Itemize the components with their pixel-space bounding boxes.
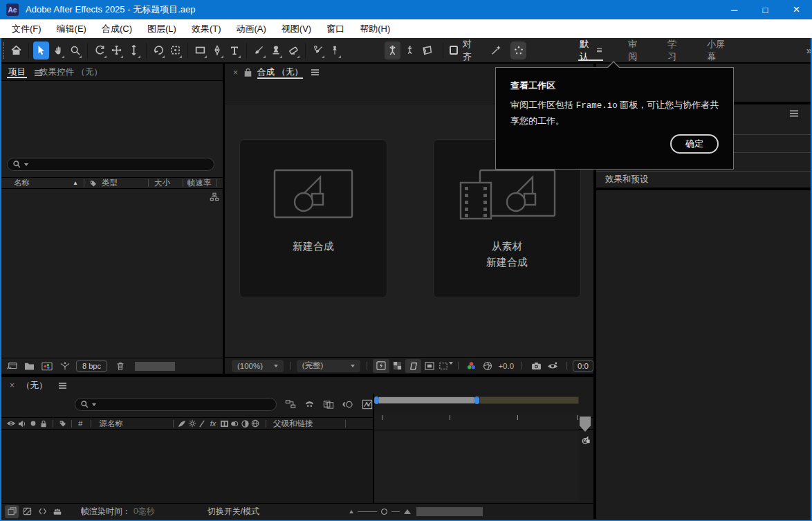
puppet-pin-tool[interactable]	[327, 42, 343, 60]
dolly-camera-tool[interactable]	[126, 42, 142, 60]
minimize-button[interactable]: ─	[719, 0, 750, 19]
menu-item[interactable]: 编辑(E)	[49, 19, 94, 38]
comp-tab-close-icon[interactable]: ×	[233, 68, 238, 77]
brush-tool[interactable]	[251, 42, 267, 60]
properties-panel-toggle[interactable]	[510, 42, 526, 60]
menu-item[interactable]: 窗口	[319, 19, 352, 38]
clone-stamp-tool[interactable]	[268, 42, 284, 60]
frame-blend-switch-icon[interactable]	[198, 420, 207, 428]
type-tool[interactable]	[226, 42, 242, 60]
show-snapshot-button[interactable]	[545, 362, 561, 370]
project-search-input[interactable]	[7, 158, 214, 171]
project-menu-icon[interactable]	[35, 70, 42, 76]
new-composition-icon[interactable]	[41, 362, 53, 371]
menu-item[interactable]: 文件(F)	[4, 19, 49, 38]
project-flowchart-icon[interactable]	[210, 192, 219, 201]
timeline-tab-close-icon[interactable]: ×	[10, 381, 15, 390]
exposure-value[interactable]: +0.0	[498, 362, 514, 370]
bit-depth-button[interactable]: 8 bpc	[76, 360, 107, 372]
tooltip-ok-button[interactable]: 确定	[670, 134, 719, 154]
panel-menu-icon[interactable]	[790, 110, 798, 117]
graph-editor-icon[interactable]	[362, 399, 373, 410]
rotation-tool[interactable]	[151, 42, 167, 60]
menu-item[interactable]: 效果(T)	[184, 19, 229, 38]
parent-link-column[interactable]: 父级和链接	[273, 419, 313, 429]
sort-ascending-icon[interactable]: ▲	[73, 180, 78, 186]
exposure-reset-button[interactable]	[479, 361, 495, 371]
render-time-icon[interactable]	[50, 505, 64, 518]
unified-camera-tool[interactable]	[167, 42, 183, 60]
puppet-starch-control[interactable]	[402, 42, 418, 60]
guides-grid-options-button[interactable]	[438, 362, 454, 370]
solo-icon[interactable]	[28, 421, 38, 426]
puppet-mesh-control[interactable]	[419, 42, 435, 60]
eraser-tool[interactable]	[285, 42, 301, 60]
timeline-tab[interactable]: （无）	[15, 377, 55, 394]
comp-menu-icon[interactable]	[311, 69, 319, 75]
label-tag-icon[interactable]	[53, 419, 71, 428]
mini-flowchart-icon[interactable]	[285, 399, 296, 410]
layer-number-column[interactable]: #	[78, 419, 82, 428]
shy-icon[interactable]	[304, 399, 315, 410]
timecode-field[interactable]: 0:0	[573, 360, 593, 372]
interpret-footage-icon[interactable]	[6, 361, 17, 371]
video-eye-icon[interactable]	[5, 420, 17, 427]
pen-tool[interactable]	[210, 42, 225, 60]
panel-tab[interactable]: 效果控件 （无）	[33, 64, 109, 80]
timeline-zoom-control[interactable]	[349, 509, 411, 515]
toggle-switches-modes-button[interactable]: 切换开关/模式	[207, 506, 259, 518]
zoom-tool[interactable]	[67, 42, 83, 60]
work-area-bar[interactable]	[374, 396, 579, 404]
timeline-hscrollbar[interactable]	[416, 507, 483, 516]
snapshot-button[interactable]	[528, 362, 544, 370]
hand-tool[interactable]	[50, 42, 66, 60]
comp-tab[interactable]: 合成 （无）	[252, 64, 308, 81]
workspace-tab[interactable]: 小屏幕	[707, 39, 726, 62]
column-framerate[interactable]: 帧速率	[187, 178, 212, 188]
zoom-slider-handle[interactable]	[381, 509, 387, 515]
fast-previews-button[interactable]	[373, 359, 389, 373]
channel-button[interactable]	[463, 361, 479, 370]
adjustment-layer-icon[interactable]	[240, 420, 250, 428]
motion-blur-icon[interactable]	[342, 399, 353, 410]
expand-in-out-columns-icon[interactable]	[35, 505, 49, 518]
new-composition-card[interactable]: 新建合成	[239, 139, 387, 298]
3d-layer-icon[interactable]	[250, 419, 261, 428]
new-folder-icon[interactable]	[24, 362, 35, 371]
menu-item[interactable]: 视图(V)	[274, 19, 319, 38]
snap-toggle[interactable]: 对齐	[450, 38, 477, 63]
proxy-icon[interactable]	[59, 361, 71, 371]
menu-item[interactable]: 帮助(H)	[352, 19, 398, 38]
panel-tab[interactable]: 项目	[1, 64, 33, 80]
puppet-position-control[interactable]	[385, 42, 400, 60]
time-navigator-rest[interactable]	[479, 396, 579, 404]
pan-camera-tool[interactable]	[109, 42, 125, 60]
frame-blending-icon[interactable]	[323, 399, 334, 410]
effects-presets-panel-tab[interactable]: 效果和预设	[596, 172, 811, 189]
work-area-end-handle[interactable]	[474, 396, 479, 404]
label-tag-icon[interactable]	[89, 179, 98, 188]
menu-item[interactable]: 图层(L)	[140, 19, 184, 38]
roto-brush-tool[interactable]	[310, 42, 326, 60]
project-hscrollbar[interactable]	[135, 362, 175, 371]
close-button[interactable]: ×	[781, 0, 812, 19]
effects-sun-icon[interactable]	[187, 419, 198, 428]
workspace-tab[interactable]: 审阅	[628, 39, 641, 62]
zoom-out-mountain-icon[interactable]	[349, 510, 353, 513]
home-tool[interactable]	[8, 42, 24, 60]
menu-item[interactable]: 动画(A)	[229, 19, 274, 38]
toolbar-grip[interactable]	[3, 42, 8, 59]
lock-icon[interactable]	[38, 420, 49, 428]
selection-tool[interactable]	[33, 42, 49, 60]
region-of-interest-button[interactable]	[421, 362, 437, 370]
comp-button-icon[interactable]	[580, 435, 591, 446]
expand-transfer-controls-icon[interactable]	[20, 505, 34, 518]
zoom-in-mountain-icon[interactable]	[404, 509, 411, 514]
transparency-grid-button[interactable]	[389, 361, 405, 370]
trash-icon[interactable]	[116, 361, 125, 371]
column-size[interactable]: 大小	[154, 178, 170, 188]
expand-layer-switches-icon[interactable]	[5, 505, 19, 518]
fx-switch-icon[interactable]: fx	[207, 419, 219, 428]
column-name[interactable]: 名称	[14, 178, 30, 188]
column-type[interactable]: 类型	[102, 178, 118, 188]
